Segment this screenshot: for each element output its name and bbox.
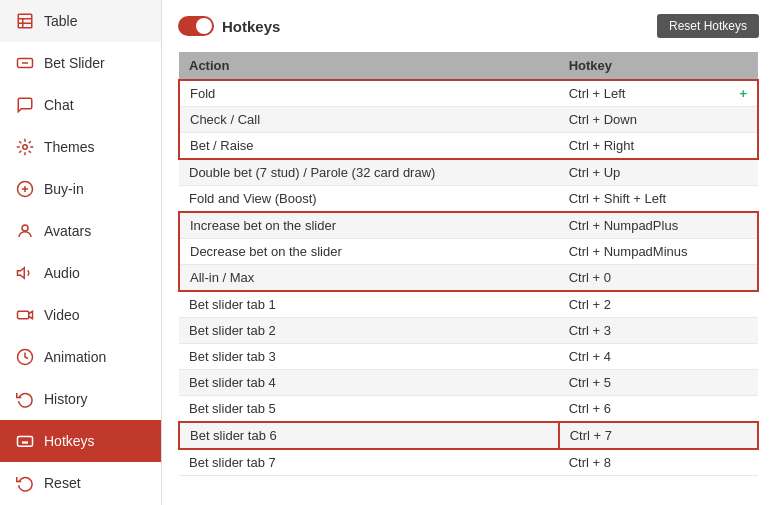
table-row: All-in / MaxCtrl + 0 bbox=[179, 265, 758, 292]
action-cell: Bet slider tab 1 bbox=[179, 291, 559, 318]
video-icon bbox=[14, 304, 36, 326]
hotkey-cell: Ctrl + 7 bbox=[559, 422, 758, 449]
table-row: Bet slider tab 2Ctrl + 3 bbox=[179, 318, 758, 344]
sidebar-label-avatars: Avatars bbox=[44, 223, 91, 239]
action-cell: Decrease bet on the slider bbox=[179, 239, 559, 265]
hotkeys-title: Hotkeys bbox=[178, 16, 280, 36]
action-cell: Bet slider tab 3 bbox=[179, 344, 559, 370]
table-row: Fold and View (Boost)Ctrl + Shift + Left bbox=[179, 186, 758, 213]
svg-point-6 bbox=[23, 145, 28, 150]
sidebar-label-bet-slider: Bet Slider bbox=[44, 55, 105, 71]
hotkey-cell: Ctrl + 8 bbox=[559, 449, 758, 476]
bet-slider-icon bbox=[14, 52, 36, 74]
hotkey-cell: Ctrl + Shift + Left bbox=[559, 186, 758, 213]
history-icon bbox=[14, 388, 36, 410]
table-row: Bet slider tab 3Ctrl + 4 bbox=[179, 344, 758, 370]
action-cell: Fold and View (Boost) bbox=[179, 186, 559, 213]
hotkeys-heading: Hotkeys bbox=[222, 18, 280, 35]
action-cell: Bet slider tab 2 bbox=[179, 318, 559, 344]
table-row: Bet slider tab 6Ctrl + 7 bbox=[179, 422, 758, 449]
sidebar-label-table: Table bbox=[44, 13, 77, 29]
action-cell: Bet slider tab 4 bbox=[179, 370, 559, 396]
hotkeys-toggle[interactable] bbox=[178, 16, 214, 36]
sidebar-label-themes: Themes bbox=[44, 139, 95, 155]
sidebar-label-chat: Chat bbox=[44, 97, 74, 113]
sidebar-item-table[interactable]: Table bbox=[0, 0, 161, 42]
sidebar-item-chat[interactable]: Chat bbox=[0, 84, 161, 126]
table-row: Check / CallCtrl + Down bbox=[179, 107, 758, 133]
add-hotkey-icon[interactable]: + bbox=[739, 86, 747, 101]
hotkey-cell: Ctrl + Right bbox=[559, 133, 758, 160]
reset-icon bbox=[14, 472, 36, 494]
hotkeys-icon bbox=[14, 430, 36, 452]
themes-icon bbox=[14, 136, 36, 158]
audio-icon bbox=[14, 262, 36, 284]
table-row: Bet slider tab 7Ctrl + 8 bbox=[179, 449, 758, 476]
table-row: Bet slider tab 1Ctrl + 2 bbox=[179, 291, 758, 318]
sidebar-label-reset: Reset bbox=[44, 475, 81, 491]
col-action: Action bbox=[179, 52, 559, 80]
hotkeys-table: Action Hotkey FoldCtrl + Left+Check / Ca… bbox=[178, 52, 759, 476]
sidebar-label-buy-in: Buy-in bbox=[44, 181, 84, 197]
action-cell: Check / Call bbox=[179, 107, 559, 133]
hotkey-cell: Ctrl + 4 bbox=[559, 344, 758, 370]
table-row: FoldCtrl + Left+ bbox=[179, 80, 758, 107]
sidebar-item-themes[interactable]: Themes bbox=[0, 126, 161, 168]
sidebar: Table Bet Slider Chat Themes Buy-in Avat… bbox=[0, 0, 162, 505]
sidebar-label-video: Video bbox=[44, 307, 80, 323]
hotkey-cell: Ctrl + 0 bbox=[559, 265, 758, 292]
animation-icon bbox=[14, 346, 36, 368]
sidebar-label-audio: Audio bbox=[44, 265, 80, 281]
action-cell: Fold bbox=[179, 80, 559, 107]
svg-rect-0 bbox=[18, 14, 32, 28]
hotkey-cell: Ctrl + 5 bbox=[559, 370, 758, 396]
action-cell: Bet slider tab 6 bbox=[179, 422, 559, 449]
hotkey-cell: Ctrl + 3 bbox=[559, 318, 758, 344]
hotkey-cell: Ctrl + NumpadMinus bbox=[559, 239, 758, 265]
main-content: Hotkeys Reset Hotkeys Action Hotkey Fold… bbox=[162, 0, 775, 505]
action-cell: Bet / Raise bbox=[179, 133, 559, 160]
hotkey-cell: Ctrl + Left+ bbox=[559, 80, 758, 107]
action-cell: All-in / Max bbox=[179, 265, 559, 292]
table-row: Bet slider tab 4Ctrl + 5 bbox=[179, 370, 758, 396]
sidebar-label-hotkeys: Hotkeys bbox=[44, 433, 95, 449]
avatars-icon bbox=[14, 220, 36, 242]
table-icon bbox=[14, 10, 36, 32]
chat-icon bbox=[14, 94, 36, 116]
sidebar-item-hotkeys[interactable]: Hotkeys bbox=[0, 420, 161, 462]
table-row: Bet / RaiseCtrl + Right bbox=[179, 133, 758, 160]
sidebar-item-buy-in[interactable]: Buy-in bbox=[0, 168, 161, 210]
table-row: Bet slider tab 5Ctrl + 6 bbox=[179, 396, 758, 423]
sidebar-label-history: History bbox=[44, 391, 88, 407]
col-hotkey: Hotkey bbox=[559, 52, 758, 80]
action-cell: Increase bet on the slider bbox=[179, 212, 559, 239]
table-header-row: Action Hotkey bbox=[179, 52, 758, 80]
action-cell: Bet slider tab 7 bbox=[179, 449, 559, 476]
table-row: Double bet (7 stud) / Parole (32 card dr… bbox=[179, 159, 758, 186]
hotkey-cell: Ctrl + NumpadPlus bbox=[559, 212, 758, 239]
sidebar-item-history[interactable]: History bbox=[0, 378, 161, 420]
svg-marker-11 bbox=[18, 268, 25, 279]
sidebar-item-reset[interactable]: Reset bbox=[0, 462, 161, 504]
reset-hotkeys-button[interactable]: Reset Hotkeys bbox=[657, 14, 759, 38]
header-row: Hotkeys Reset Hotkeys bbox=[178, 14, 759, 38]
sidebar-label-animation: Animation bbox=[44, 349, 106, 365]
hotkey-cell: Ctrl + 2 bbox=[559, 291, 758, 318]
svg-rect-12 bbox=[18, 311, 29, 319]
buy-in-icon bbox=[14, 178, 36, 200]
sidebar-item-audio[interactable]: Audio bbox=[0, 252, 161, 294]
table-row: Increase bet on the sliderCtrl + NumpadP… bbox=[179, 212, 758, 239]
hotkey-cell: Ctrl + 6 bbox=[559, 396, 758, 423]
hotkey-cell: Ctrl + Down bbox=[559, 107, 758, 133]
sidebar-item-video[interactable]: Video bbox=[0, 294, 161, 336]
sidebar-item-avatars[interactable]: Avatars bbox=[0, 210, 161, 252]
action-cell: Bet slider tab 5 bbox=[179, 396, 559, 423]
svg-point-10 bbox=[22, 225, 28, 231]
table-row: Decrease bet on the sliderCtrl + NumpadM… bbox=[179, 239, 758, 265]
sidebar-item-animation[interactable]: Animation bbox=[0, 336, 161, 378]
hotkey-cell: Ctrl + Up bbox=[559, 159, 758, 186]
action-cell: Double bet (7 stud) / Parole (32 card dr… bbox=[179, 159, 559, 186]
sidebar-item-bet-slider[interactable]: Bet Slider bbox=[0, 42, 161, 84]
